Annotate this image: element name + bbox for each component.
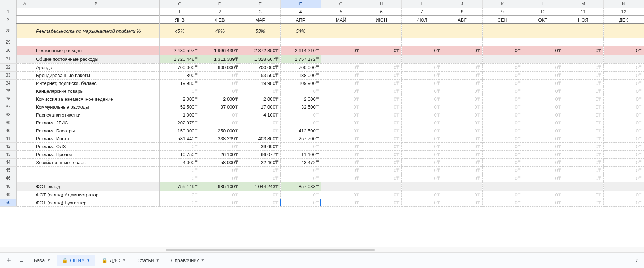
row-header-41[interactable]: 41 bbox=[0, 135, 17, 142]
cell-C35[interactable]: 0₸ bbox=[159, 87, 200, 95]
cell-A28[interactable] bbox=[17, 24, 33, 38]
cell-J39[interactable]: 0₸ bbox=[442, 119, 482, 127]
cell-L28[interactable] bbox=[523, 24, 563, 38]
cell-J41[interactable]: 0₸ bbox=[442, 135, 482, 142]
cell-K29[interactable] bbox=[482, 38, 523, 46]
cell-G33[interactable]: 0₸ bbox=[321, 71, 361, 79]
cell-B37[interactable]: Коммунальные расходы bbox=[33, 103, 159, 111]
cell-J31[interactable] bbox=[442, 55, 482, 63]
cell-N34[interactable]: 0₸ bbox=[603, 79, 644, 87]
col-header-B[interactable]: B bbox=[33, 0, 159, 8]
cell-L46[interactable]: 0₸ bbox=[523, 174, 563, 182]
cell-I31[interactable] bbox=[401, 55, 442, 63]
cell-K48[interactable] bbox=[482, 182, 523, 191]
cell-E38[interactable]: 4 100₸ bbox=[240, 111, 280, 119]
cell-K30[interactable]: 0₸ bbox=[482, 46, 523, 55]
cell-G29[interactable] bbox=[321, 38, 361, 46]
cell-D36[interactable]: 2 000₸ bbox=[200, 95, 240, 103]
sheet-tab-ОПИУ[interactable]: 🔒ОПИУ▼ bbox=[57, 255, 95, 266]
row-header-42[interactable]: 42 bbox=[0, 142, 17, 150]
cell-K46[interactable]: 0₸ bbox=[482, 174, 523, 182]
cell-A37[interactable] bbox=[17, 103, 33, 111]
cell-F48[interactable]: 857 038₸ bbox=[280, 182, 321, 191]
cell-I35[interactable]: 0₸ bbox=[401, 87, 442, 95]
cell-F1[interactable]: 4 bbox=[280, 8, 321, 16]
cell-E28[interactable]: 53% bbox=[240, 24, 280, 38]
cell-I36[interactable]: 0₸ bbox=[401, 95, 442, 103]
cell-C34[interactable]: 19 980₸ bbox=[159, 79, 200, 87]
row-header-32[interactable]: 32 bbox=[0, 63, 17, 71]
cell-N38[interactable]: 0₸ bbox=[603, 111, 644, 119]
cell-I42[interactable]: 0₸ bbox=[401, 142, 442, 150]
cell-L45[interactable]: 0₸ bbox=[523, 166, 563, 174]
cell-M36[interactable]: 0₸ bbox=[563, 95, 603, 103]
cell-K39[interactable]: 0₸ bbox=[482, 119, 523, 127]
cell-F38[interactable]: 0₸ bbox=[280, 111, 321, 119]
sheet-tab-Справочник[interactable]: Справочник▼ bbox=[166, 255, 209, 266]
cell-D42[interactable]: 0₸ bbox=[200, 142, 240, 150]
cell-J50[interactable]: 0₸ bbox=[442, 199, 482, 206]
cell-J49[interactable]: 0₸ bbox=[442, 191, 482, 199]
cell-A33[interactable] bbox=[17, 71, 33, 79]
cell-J2[interactable]: АВГ bbox=[442, 16, 482, 24]
cell-K28[interactable] bbox=[482, 24, 523, 38]
cell-I41[interactable]: 0₸ bbox=[401, 135, 442, 142]
cell-M40[interactable]: 0₸ bbox=[563, 127, 603, 135]
cell-C32[interactable]: 700 000₸ bbox=[159, 63, 200, 71]
cell-D30[interactable]: 1 996 439₸ bbox=[200, 46, 240, 55]
cell-H39[interactable]: 0₸ bbox=[361, 119, 401, 127]
cell-H2[interactable]: ИЮН bbox=[361, 16, 401, 24]
cell-A48[interactable] bbox=[17, 182, 33, 191]
cell-G1[interactable]: 5 bbox=[321, 8, 361, 16]
cell-H43[interactable]: 0₸ bbox=[361, 150, 401, 158]
cell-K31[interactable] bbox=[482, 55, 523, 63]
cell-F31[interactable]: 1 757 172₸ bbox=[280, 55, 321, 63]
cell-B45[interactable] bbox=[33, 166, 159, 174]
cell-A30[interactable] bbox=[17, 46, 33, 55]
row-header-36[interactable]: 36 bbox=[0, 95, 17, 103]
cell-A42[interactable] bbox=[17, 142, 33, 150]
cell-I40[interactable]: 0₸ bbox=[401, 127, 442, 135]
cell-J32[interactable]: 0₸ bbox=[442, 63, 482, 71]
cell-L48[interactable] bbox=[523, 182, 563, 191]
col-header-A[interactable]: A bbox=[17, 0, 33, 8]
cell-D34[interactable]: 0₸ bbox=[200, 79, 240, 87]
cell-L39[interactable]: 0₸ bbox=[523, 119, 563, 127]
cell-E40[interactable]: 0₸ bbox=[240, 127, 280, 135]
col-header-G[interactable]: G bbox=[321, 0, 361, 8]
cell-E49[interactable]: 0₸ bbox=[240, 191, 280, 199]
cell-B2[interactable] bbox=[33, 16, 159, 24]
cell-A1[interactable] bbox=[17, 8, 33, 16]
cell-A36[interactable] bbox=[17, 95, 33, 103]
cell-G39[interactable]: 0₸ bbox=[321, 119, 361, 127]
cell-N39[interactable]: 0₸ bbox=[603, 119, 644, 127]
cell-B28[interactable]: Рентабельность по маржинальной прибыли % bbox=[33, 24, 159, 38]
cell-L36[interactable]: 0₸ bbox=[523, 95, 563, 103]
cell-N32[interactable]: 0₸ bbox=[603, 63, 644, 71]
cell-E35[interactable]: 0₸ bbox=[240, 87, 280, 95]
cell-F50[interactable]: 0₸ bbox=[280, 199, 321, 206]
cell-H38[interactable]: 0₸ bbox=[361, 111, 401, 119]
cell-J43[interactable]: 0₸ bbox=[442, 150, 482, 158]
cell-E34[interactable]: 19 980₸ bbox=[240, 79, 280, 87]
cell-N37[interactable]: 0₸ bbox=[603, 103, 644, 111]
cell-E45[interactable]: 0₸ bbox=[240, 166, 280, 174]
cell-H40[interactable]: 0₸ bbox=[361, 127, 401, 135]
cell-F39[interactable]: 0₸ bbox=[280, 119, 321, 127]
cell-I37[interactable]: 0₸ bbox=[401, 103, 442, 111]
cell-I44[interactable]: 0₸ bbox=[401, 158, 442, 166]
cell-A40[interactable] bbox=[17, 127, 33, 135]
cell-N41[interactable]: 0₸ bbox=[603, 135, 644, 142]
cell-D48[interactable]: 685 100₸ bbox=[200, 182, 240, 191]
cell-N28[interactable] bbox=[603, 24, 644, 38]
cell-I32[interactable]: 0₸ bbox=[401, 63, 442, 71]
col-header-J[interactable]: J bbox=[442, 0, 482, 8]
cell-M32[interactable]: 0₸ bbox=[563, 63, 603, 71]
sheet-tab-Статьи[interactable]: Статьи▼ bbox=[132, 255, 164, 266]
cell-L33[interactable]: 0₸ bbox=[523, 71, 563, 79]
cell-D1[interactable]: 2 bbox=[200, 8, 240, 16]
cell-E41[interactable]: 403 800₸ bbox=[240, 135, 280, 142]
cell-J40[interactable]: 0₸ bbox=[442, 127, 482, 135]
col-header-L[interactable]: L bbox=[523, 0, 563, 8]
cell-L49[interactable]: 0₸ bbox=[523, 191, 563, 199]
